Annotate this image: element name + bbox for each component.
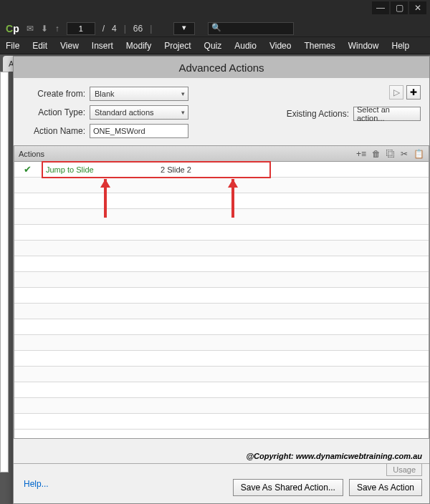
- action-name-input[interactable]: [90, 124, 188, 138]
- create-from-label: Create from:: [24, 89, 90, 99]
- page-separator: /: [102, 24, 105, 34]
- usage-button[interactable]: Usage: [386, 463, 422, 476]
- zoom-dropdown[interactable]: ▾: [173, 22, 195, 35]
- actions-panel-label: Actions: [19, 150, 44, 158]
- search-input[interactable]: 🔍: [208, 22, 294, 35]
- copyright-text: @Copyright: www.dynamicwebtraining.com.a…: [246, 452, 422, 460]
- cut-row-icon[interactable]: ✂: [401, 149, 408, 159]
- actions-grid[interactable]: ✔ Jump to Slide 2 Slide 2: [14, 162, 429, 438]
- action-row-empty[interactable]: [14, 367, 429, 382]
- copy-row-icon[interactable]: ⿻: [386, 149, 395, 159]
- action-row-empty[interactable]: [14, 225, 429, 241]
- help-link[interactable]: Help...: [24, 479, 49, 489]
- save-action-button[interactable]: Save As Action: [349, 479, 422, 496]
- menu-modify[interactable]: Modify: [126, 41, 151, 51]
- preview-button[interactable]: ▷: [389, 85, 403, 100]
- menu-themes[interactable]: Themes: [304, 41, 335, 51]
- save-shared-button[interactable]: Save As Shared Action...: [233, 479, 343, 496]
- annotation-arrow-left: [100, 179, 110, 222]
- action-row-empty[interactable]: [14, 272, 429, 288]
- zoom-level: 66: [133, 24, 143, 34]
- menu-audio[interactable]: Audio: [234, 41, 257, 51]
- maximize-button[interactable]: ▢: [391, 1, 408, 14]
- page-total: 4: [112, 24, 117, 34]
- action-row-empty[interactable]: [14, 351, 429, 367]
- action-row-empty[interactable]: [14, 193, 429, 209]
- up-icon[interactable]: ↑: [55, 24, 59, 34]
- actions-panel-header: Actions +≡ 🗑 ⿻ ✂ 📋: [14, 146, 429, 162]
- app-logo: Cp: [6, 23, 19, 34]
- menu-edit[interactable]: Edit: [32, 41, 47, 51]
- menu-view[interactable]: View: [60, 41, 79, 51]
- existing-actions-label: Existing Actions:: [287, 109, 349, 119]
- minimize-button[interactable]: —: [372, 1, 389, 14]
- action-row-empty[interactable]: [14, 209, 429, 225]
- paste-row-icon[interactable]: 📋: [414, 149, 424, 159]
- action-name-label: Action Name:: [24, 126, 90, 136]
- titlebar: — ▢ ✕: [0, 0, 430, 20]
- create-from-dropdown[interactable]: Blank: [90, 87, 188, 101]
- add-row-icon[interactable]: +≡: [356, 149, 366, 159]
- action-row-empty[interactable]: [14, 335, 429, 351]
- dialog-footer: Help... Usage Save As Shared Action... S…: [14, 463, 429, 503]
- menu-window[interactable]: Window: [348, 41, 379, 51]
- close-button[interactable]: ✕: [409, 1, 426, 14]
- menu-project[interactable]: Project: [164, 41, 191, 51]
- action-row-empty[interactable]: [14, 178, 429, 193]
- mail-icon[interactable]: ✉: [27, 24, 34, 34]
- check-icon: ✔: [14, 164, 40, 175]
- target-cell[interactable]: 2 Slide 2: [161, 165, 261, 174]
- page-current-input[interactable]: [67, 22, 95, 35]
- menu-file[interactable]: File: [6, 41, 19, 51]
- action-row-empty[interactable]: [14, 382, 429, 398]
- action-row-empty[interactable]: [14, 288, 429, 304]
- advanced-actions-dialog: Advanced Actions Create from: Blank Acti…: [13, 56, 430, 504]
- action-type-dropdown[interactable]: Standard actions: [90, 105, 188, 120]
- annotation-arrow-right: [228, 179, 238, 222]
- action-row-empty[interactable]: [14, 319, 429, 335]
- delete-row-icon[interactable]: 🗑: [372, 149, 381, 159]
- add-new-button[interactable]: ✚: [406, 85, 421, 100]
- menubar: File Edit View Insert Modify Project Qui…: [0, 37, 430, 54]
- download-icon[interactable]: ⬇: [41, 24, 48, 34]
- existing-actions-dropdown[interactable]: Select an action...: [353, 107, 421, 121]
- action-row-empty[interactable]: [14, 414, 429, 430]
- app-toolbar: Cp ✉ ⬇ ↑ / 4 | 66 | ▾ 🔍: [0, 20, 430, 37]
- action-type-label: Action Type:: [24, 107, 90, 117]
- action-row-empty[interactable]: [14, 241, 429, 256]
- menu-quiz[interactable]: Quiz: [204, 41, 222, 51]
- action-cell[interactable]: Jump to Slide: [40, 165, 161, 174]
- action-row-empty[interactable]: [14, 304, 429, 319]
- menu-help[interactable]: Help: [391, 41, 409, 51]
- action-row[interactable]: ✔ Jump to Slide 2 Slide 2: [14, 162, 429, 178]
- canvas-slide-edge: [0, 72, 9, 472]
- action-row-empty[interactable]: [14, 256, 429, 272]
- menu-video[interactable]: Video: [269, 41, 291, 51]
- dialog-title: Advanced Actions: [14, 57, 429, 78]
- menu-insert[interactable]: Insert: [92, 41, 113, 51]
- action-row-empty[interactable]: [14, 398, 429, 414]
